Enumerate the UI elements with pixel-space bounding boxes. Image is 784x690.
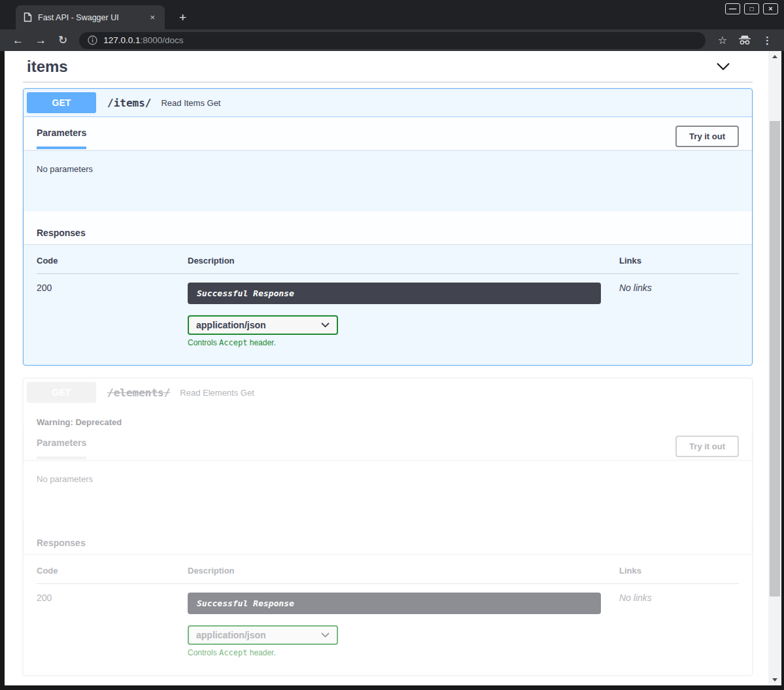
accept-note-code: Accept [219,648,247,657]
reload-icon[interactable]: ↻ [52,35,73,46]
url-text: 127.0.0.1:8000/docs [103,35,183,45]
browser-menu-icon[interactable]: ⋮ [756,35,777,46]
content-frame: items GET /items/ Read Items Get [0,51,784,690]
endpoint-path[interactable]: /elements/ [107,387,170,399]
page-favicon-icon [24,12,32,22]
col-header-description: Description [188,566,619,576]
response-description: Successful Response [188,593,601,614]
responses-header: Responses [24,521,752,554]
table-row: 200 Successful Response application/json… [37,274,739,347]
responses-table: Code Description Links 200 Successful Re… [24,244,752,365]
links-value: No links [619,593,739,657]
title-bar: Fast API - Swagger UI × + — □ × [0,0,784,29]
method-badge[interactable]: GET [27,92,96,113]
url-bar[interactable]: 127.0.0.1:8000/docs [79,32,705,49]
url-path: :8000/docs [141,35,184,45]
new-tab-button[interactable]: + [174,10,192,25]
tab-title: Fast API - Swagger UI [38,13,142,22]
status-code: 200 [37,593,188,657]
close-button[interactable]: × [763,3,778,14]
media-type-value: application/json [196,630,266,640]
accept-note-code: Accept [219,338,247,347]
window-controls: — □ × [725,3,778,14]
tab-parameters[interactable]: Parameters [37,438,86,459]
responses-header: Responses [24,211,752,244]
opblock-summary[interactable]: GET /elements/ Read Elements Get [24,379,752,406]
media-type-value: application/json [196,320,266,330]
swagger-page: items GET /items/ Read Items Get [5,51,768,685]
browser-window: Fast API - Swagger UI × + — □ × ← → ↻ 12… [0,0,784,690]
back-icon[interactable]: ← [7,35,29,46]
tab-close-icon[interactable]: × [148,12,157,23]
accept-note-suffix: header. [247,338,275,347]
table-row: 200 Successful Response application/json… [37,584,739,657]
chevron-down-icon [321,632,330,638]
forward-icon[interactable]: → [29,35,52,46]
try-it-out-button[interactable]: Try it out [675,436,739,457]
accept-note-suffix: header. [247,648,275,657]
tag-divider [23,82,753,82]
response-description-cell: Successful Response application/json Con… [188,283,619,347]
links-value: No links [619,283,739,347]
try-it-out-button[interactable]: Try it out [675,126,739,147]
page-viewport: items GET /items/ Read Items Get [5,51,781,685]
status-code: 200 [37,283,188,347]
browser-tab[interactable]: Fast API - Swagger UI × [16,5,165,29]
minimize-button[interactable]: — [725,3,740,14]
response-description-cell: Successful Response application/json Con… [188,593,619,657]
accept-note-prefix: Controls [188,648,219,657]
responses-title: Responses [37,228,86,238]
chevron-down-icon [321,322,330,328]
accept-note-prefix: Controls [188,338,219,347]
no-parameters-text: No parameters [24,460,752,521]
responses-table-head: Code Description Links [37,256,739,274]
col-header-code: Code [37,256,188,266]
url-host: 127.0.0.1 [103,35,140,45]
col-header-links: Links [619,256,739,266]
col-header-description: Description [188,256,619,266]
responses-title: Responses [37,538,86,548]
accept-header-note: Controls Accept header. [188,648,619,657]
endpoint-path[interactable]: /items/ [107,97,151,109]
endpoint-summary: Read Items Get [161,98,220,108]
chevron-down-icon[interactable] [713,60,733,74]
no-parameters-text: No parameters [24,150,752,211]
opblock-get-elements-deprecated: GET /elements/ Read Elements Get Warning… [23,378,753,676]
media-type-select[interactable]: application/json [188,315,338,335]
tab-parameters[interactable]: Parameters [37,128,86,149]
endpoint-summary: Read Elements Get [180,388,254,398]
vertical-scrollbar[interactable] [768,51,781,685]
scroll-down-icon[interactable] [768,675,781,685]
scroll-up-icon[interactable] [768,52,781,61]
parameters-header: Parameters Try it out [24,427,752,460]
responses-table-head: Code Description Links [37,566,739,584]
response-description: Successful Response [188,283,601,304]
maximize-button[interactable]: □ [744,3,759,14]
parameters-header: Parameters Try it out [24,117,752,150]
browser-toolbar: ← → ↻ 127.0.0.1:8000/docs ☆ ⋮ [0,29,784,51]
incognito-icon [738,35,752,45]
deprecated-warning: Warning: Deprecated [24,406,752,427]
tag-title: items [27,58,68,76]
method-badge[interactable]: GET [27,382,96,403]
responses-table: Code Description Links 200 Successful Re… [24,554,752,675]
opblock-get-items: GET /items/ Read Items Get Parameters Tr… [23,88,753,366]
col-header-code: Code [37,566,188,576]
tag-section-header: items [23,58,753,76]
scrollbar-thumb[interactable] [770,121,780,596]
accept-header-note: Controls Accept header. [188,338,619,347]
media-type-select[interactable]: application/json [188,625,338,645]
bookmark-star-icon[interactable]: ☆ [711,34,734,46]
col-header-links: Links [619,566,739,576]
opblock-summary[interactable]: GET /items/ Read Items Get [24,89,752,117]
site-info-icon[interactable] [88,35,97,45]
